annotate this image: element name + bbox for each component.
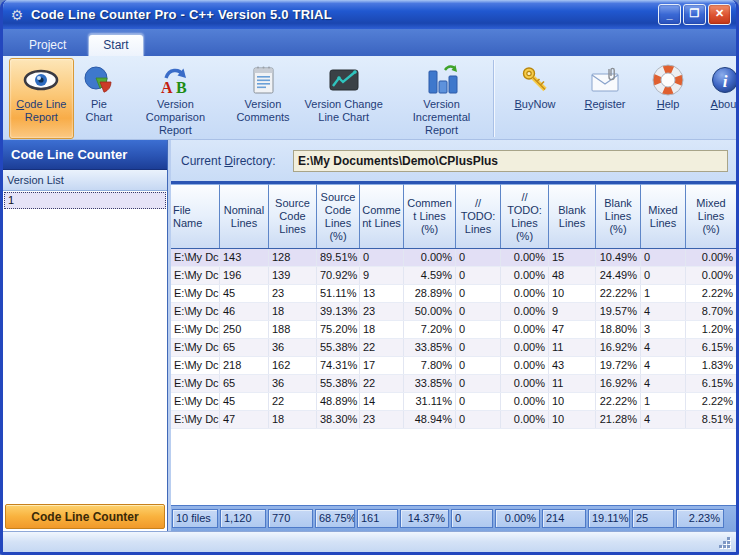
table-row[interactable]: E:\My Dc452351.11%1328.89%00.00%1022.22%… bbox=[171, 285, 736, 303]
maximize-button[interactable]: ❐ bbox=[683, 4, 706, 25]
column-header[interactable]: Comment Lines (%) bbox=[404, 184, 456, 248]
tab-project[interactable]: Project bbox=[15, 35, 80, 56]
table-row[interactable]: E:\My Dc14312889.51%00.00%00.00%1510.49%… bbox=[171, 249, 736, 267]
button-label: Version bbox=[129, 98, 221, 111]
table-cell: 22.22% bbox=[596, 393, 641, 410]
column-header[interactable]: Mixed Lines bbox=[641, 184, 686, 248]
table-cell: 48.94% bbox=[404, 411, 456, 428]
table-cell: 47 bbox=[549, 321, 596, 338]
close-button[interactable]: ✕ bbox=[708, 4, 731, 25]
register-button[interactable]: Register bbox=[571, 58, 639, 139]
resize-grip-icon[interactable] bbox=[719, 537, 732, 550]
sidebar: Code Line Counter Version List 1 Code Li… bbox=[3, 140, 168, 531]
ribbon-group-help: BuyNow Register Help i bbox=[497, 58, 739, 139]
table-cell: 16.92% bbox=[596, 375, 641, 392]
about-button[interactable]: i About bbox=[697, 58, 739, 139]
column-header[interactable]: Source Code Lines bbox=[269, 184, 317, 248]
table-cell: 74.31% bbox=[317, 357, 360, 374]
table-cell: 0 bbox=[456, 339, 501, 356]
table-cell: 218 bbox=[220, 357, 269, 374]
table-cell: 1.83% bbox=[686, 357, 736, 374]
column-header[interactable]: Blank Lines (%) bbox=[596, 184, 641, 248]
table-row[interactable]: E:\My Dc21816274.31%177.80%00.00%4319.72… bbox=[171, 357, 736, 375]
table-row[interactable]: E:\My Dc19613970.92%94.59%00.00%4824.49%… bbox=[171, 267, 736, 285]
table-cell: 139 bbox=[269, 267, 317, 284]
table-cell: 10 bbox=[549, 393, 596, 410]
summary-cell: 770 bbox=[268, 509, 313, 528]
version-incremental-report-button[interactable]: VersionIncremental Report bbox=[392, 58, 491, 139]
table-header-row: File NameNominal LinesSource Code LinesS… bbox=[171, 184, 736, 249]
version-list-item[interactable]: 1 bbox=[4, 192, 166, 209]
version-comments-button[interactable]: VersionComments bbox=[231, 58, 296, 139]
column-header[interactable]: Source Code Lines (%) bbox=[317, 184, 360, 248]
code-line-counter-nav-button[interactable]: Code Line Counter bbox=[5, 504, 165, 529]
table-body: E:\My Dc14312889.51%00.00%00.00%1510.49%… bbox=[171, 249, 736, 429]
column-header[interactable]: Comment Lines bbox=[360, 184, 404, 248]
tab-start[interactable]: Start bbox=[88, 34, 143, 56]
table-cell: 0.00% bbox=[501, 357, 549, 374]
column-header[interactable]: Mixed Lines (%) bbox=[686, 184, 736, 248]
table-cell: E:\My Dc bbox=[171, 249, 220, 266]
table-cell: 0.00% bbox=[501, 321, 549, 338]
table-row[interactable]: E:\My Dc452248.89%1431.11%00.00%1022.22%… bbox=[171, 393, 736, 411]
current-directory-input[interactable]: E:\My Documents\Demo\CPlusPlus bbox=[293, 150, 728, 172]
table-cell: 0 bbox=[641, 267, 686, 284]
table-cell: 10.49% bbox=[596, 249, 641, 266]
table-cell: 0 bbox=[456, 393, 501, 410]
table-cell: 70.92% bbox=[317, 267, 360, 284]
table-cell: 47 bbox=[220, 411, 269, 428]
column-header[interactable]: Nominal Lines bbox=[220, 184, 269, 248]
summary-cell: 0.00% bbox=[495, 509, 540, 528]
table-row[interactable]: E:\My Dc653655.38%2233.85%00.00%1116.92%… bbox=[171, 375, 736, 393]
code-line-report-button[interactable]: Code LineReport bbox=[9, 58, 74, 139]
table-row[interactable]: E:\My Dc653655.38%2233.85%00.00%1116.92%… bbox=[171, 339, 736, 357]
summary-cell: 10 files bbox=[172, 509, 218, 528]
minimize-button[interactable]: _ bbox=[658, 4, 681, 25]
button-label: Version bbox=[236, 98, 289, 111]
table-cell: 3 bbox=[641, 321, 686, 338]
table-cell: 0.00% bbox=[501, 303, 549, 320]
table-row[interactable]: E:\My Dc471838.30%2348.94%00.00%1021.28%… bbox=[171, 411, 736, 429]
table-cell: 162 bbox=[269, 357, 317, 374]
table-cell: 7.80% bbox=[404, 357, 456, 374]
table-summary-row: 10 files1,12077068.75%16114.37%00.00%214… bbox=[171, 505, 736, 531]
column-header[interactable]: File Name bbox=[171, 184, 220, 248]
table-cell: 0.00% bbox=[404, 249, 456, 266]
pie-chart-button[interactable]: PieChart bbox=[78, 58, 121, 139]
column-header[interactable]: Blank Lines bbox=[549, 184, 596, 248]
buy-now-button[interactable]: BuyNow bbox=[503, 58, 567, 139]
table-cell: 36 bbox=[269, 375, 317, 392]
version-change-line-chart-button[interactable]: Version ChangeLine Chart bbox=[299, 58, 388, 139]
close-icon: ✕ bbox=[715, 7, 724, 20]
table-cell: 16.92% bbox=[596, 339, 641, 356]
key-icon bbox=[519, 62, 551, 98]
table-cell: 10 bbox=[549, 285, 596, 302]
column-header[interactable]: // TODO: Lines bbox=[456, 184, 501, 248]
button-label: Comparison Report bbox=[129, 111, 221, 137]
table-cell: 4 bbox=[641, 375, 686, 392]
table-cell: 36 bbox=[269, 339, 317, 356]
help-button[interactable]: Help bbox=[643, 58, 693, 139]
table-cell: 17 bbox=[360, 357, 404, 374]
table-row[interactable]: E:\My Dc461839.13%2350.00%00.00%919.57%4… bbox=[171, 303, 736, 321]
table-cell: 9 bbox=[549, 303, 596, 320]
table-cell: 0 bbox=[456, 321, 501, 338]
table-cell: 23 bbox=[269, 285, 317, 302]
table-cell: 4 bbox=[641, 411, 686, 428]
button-label: About bbox=[711, 98, 739, 111]
results-table: File NameNominal LinesSource Code LinesS… bbox=[171, 184, 736, 531]
version-comparison-report-button[interactable]: AB VersionComparison Report bbox=[124, 58, 226, 139]
summary-cell: 14.37% bbox=[400, 509, 449, 528]
line-chart-icon bbox=[328, 62, 360, 98]
table-row[interactable]: E:\My Dc25018875.20%187.20%00.00%4718.80… bbox=[171, 321, 736, 339]
summary-cell: 25 bbox=[632, 509, 674, 528]
table-cell: 89.51% bbox=[317, 249, 360, 266]
table-cell: 22 bbox=[360, 339, 404, 356]
ribbon: Code LineReport PieChart AB VersionCompa… bbox=[3, 56, 736, 140]
summary-cell: 214 bbox=[542, 509, 586, 528]
column-header[interactable]: // TODO: Lines (%) bbox=[501, 184, 549, 248]
table-cell: E:\My Dc bbox=[171, 285, 220, 302]
table-cell: 65 bbox=[220, 375, 269, 392]
table-cell: E:\My Dc bbox=[171, 411, 220, 428]
info-icon: i bbox=[709, 62, 739, 98]
